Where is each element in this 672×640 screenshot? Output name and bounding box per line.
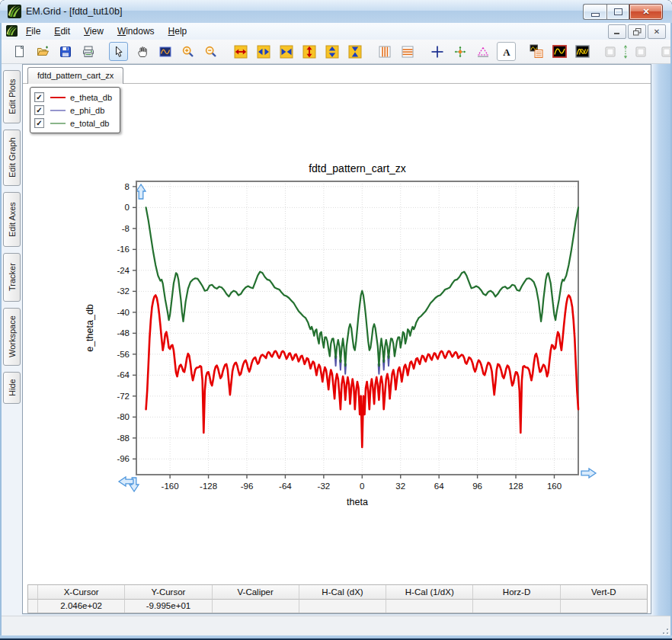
x-tick-label: 32: [395, 482, 405, 491]
y-tick-label: -8: [122, 224, 130, 233]
legend-line-swatch: [50, 110, 66, 111]
sidebar-button-tracker[interactable]: Tracker: [3, 253, 21, 302]
legend-checkbox-e_theta_db[interactable]: ✓: [34, 92, 44, 102]
legend-label: e_theta_db: [70, 93, 112, 102]
chart-svg[interactable]: -160-128-96-64-32032649612816080-8-16-24…: [23, 65, 651, 526]
legend-item-e_phi_db[interactable]: ✓e_phi_db: [34, 104, 112, 117]
menu-item-edit[interactable]: Edit: [48, 24, 76, 38]
y-tick-label: 8: [125, 182, 130, 191]
readout-value-v-caliper: [212, 600, 299, 613]
menu-item-file[interactable]: File: [20, 24, 46, 38]
compress-x-data-button[interactable]: [277, 43, 295, 60]
legend-line-swatch: [50, 123, 66, 124]
crosshair-cursor-button[interactable]: [428, 43, 446, 60]
sidebar-button-workspace[interactable]: Workspace: [3, 308, 21, 366]
readout-header-v-caliper: V-Caliper: [212, 585, 299, 600]
legend-item-e_theta_db[interactable]: ✓e_theta_db: [34, 91, 112, 104]
readout-value-x-cursor: 2.046e+02: [37, 600, 124, 613]
toolbar: A Layout: [2, 40, 670, 64]
left-window-border: [0, 23, 2, 635]
sidebar-button-edit-axes[interactable]: Edit Axes: [3, 192, 21, 247]
open-file-button[interactable]: [34, 43, 51, 60]
horizontal-gridlines-button[interactable]: [398, 43, 416, 60]
right-window-border: [651, 64, 670, 616]
x-tick-label: -128: [200, 482, 217, 491]
title-bar[interactable]: EM.Grid - [fdtd_tut10b] ✕: [0, 0, 672, 23]
readout-header-vert-d: Vert-D: [560, 585, 647, 600]
x-tick-label: -160: [162, 482, 179, 491]
mdi-restore-button[interactable]: [628, 24, 646, 39]
maximize-button[interactable]: [606, 4, 629, 20]
readout-value-horz-d: [472, 600, 559, 613]
readout-header-h-cal-1-dx-: H-Cal (1/dX): [386, 585, 472, 600]
zoom-out-button[interactable]: [202, 43, 219, 60]
readout-row-stub: [28, 585, 37, 600]
legend-item-e_total_db[interactable]: ✓e_total_db: [34, 117, 112, 130]
x-axis-label: theta: [347, 497, 368, 507]
new-file-button[interactable]: [11, 43, 28, 60]
x-tick-label: 160: [547, 482, 562, 491]
plot-window: fdtd_pattern_cart_zx -160-128-96-64-3203…: [22, 64, 651, 614]
sidebar-button-edit-plots[interactable]: Edit Plots: [3, 70, 21, 123]
x-tick-label: -64: [279, 482, 292, 491]
readout-value-h-cal-dx-: [299, 600, 386, 613]
expand-y-button[interactable]: [300, 43, 318, 60]
x-tick-label: 128: [508, 482, 523, 491]
minimize-button[interactable]: [583, 4, 606, 20]
tab-fdtd-pattern-cart-zx[interactable]: fdtd_pattern_cart_zx: [27, 67, 123, 84]
x-tick-label: -32: [318, 482, 331, 491]
tracker-button[interactable]: [451, 43, 469, 60]
mdi-minimize-button[interactable]: [608, 24, 626, 39]
text-annotation-button[interactable]: A: [497, 42, 516, 61]
legend-box: ✓e_theta_db✓e_phi_db✓e_total_db: [30, 87, 120, 133]
readout-header-y-cursor: Y-Cursor: [124, 585, 211, 600]
legend-label: e_total_db: [70, 119, 109, 128]
sidebar-button-edit-graph[interactable]: Edit Graph: [3, 130, 21, 186]
sidebar-button-hide[interactable]: Hide: [3, 372, 21, 404]
menu-item-help[interactable]: Help: [162, 24, 194, 38]
compress-y-data-button[interactable]: [346, 43, 363, 60]
menu-item-windows[interactable]: Windows: [111, 24, 161, 38]
main-area: Edit PlotsEdit GraphEdit AxesTrackerWork…: [2, 64, 670, 616]
app-window: EM.Grid - [fdtd_tut10b] ✕ FileEditViewWi…: [0, 0, 672, 640]
y-tick-label: -72: [117, 392, 130, 401]
expand-x-button[interactable]: [232, 43, 249, 60]
y-tick-label: -48: [117, 328, 130, 338]
legend-checkbox-e_total_db[interactable]: ✓: [34, 118, 44, 128]
y-tick-label: -56: [117, 350, 130, 359]
resize-grip[interactable]: [658, 624, 668, 634]
expand-y-data-button[interactable]: [323, 43, 341, 60]
x-tick-label: 96: [472, 482, 482, 491]
menu-item-view[interactable]: View: [78, 24, 110, 38]
menu-bar: FileEditViewWindowsHelp ✕: [2, 23, 670, 40]
y-tick-label: -64: [117, 370, 130, 379]
multi-curve-view-button[interactable]: [574, 43, 591, 60]
y-tick-label: -96: [117, 454, 130, 463]
close-button[interactable]: ✕: [629, 4, 663, 20]
caliper-button[interactable]: [474, 43, 491, 60]
vertical-gridlines-button[interactable]: [376, 43, 393, 60]
x-tick-label: 64: [434, 482, 444, 491]
y-tick-label: 0: [125, 203, 130, 212]
pan-hand-button[interactable]: [133, 43, 151, 60]
readout-value-vert-d: [560, 600, 647, 613]
y-axis-label: e_theta_db: [85, 304, 95, 352]
readout-row-stub: [28, 600, 37, 613]
link-y-axes-button: [603, 43, 648, 60]
zoom-in-button[interactable]: [179, 43, 197, 60]
expand-x-data-button[interactable]: [254, 43, 272, 60]
readout-header-h-cal-dx-: H-Cal (dX): [299, 585, 386, 600]
x-tick-label: 0: [360, 482, 364, 491]
legend-line-swatch: [50, 97, 66, 98]
zoom-window-button[interactable]: [156, 43, 174, 60]
select-cursor-button[interactable]: [109, 42, 128, 61]
single-curve-view-button[interactable]: [551, 43, 568, 60]
y-tick-label: -16: [117, 245, 130, 254]
save-button[interactable]: [56, 43, 74, 60]
minimize-icon: [591, 13, 600, 17]
print-button[interactable]: [79, 43, 97, 60]
plot-properties-button[interactable]: [528, 43, 546, 60]
mdi-close-button[interactable]: ✕: [648, 24, 666, 39]
svg-text:A: A: [503, 46, 510, 57]
legend-checkbox-e_phi_db[interactable]: ✓: [34, 105, 44, 115]
